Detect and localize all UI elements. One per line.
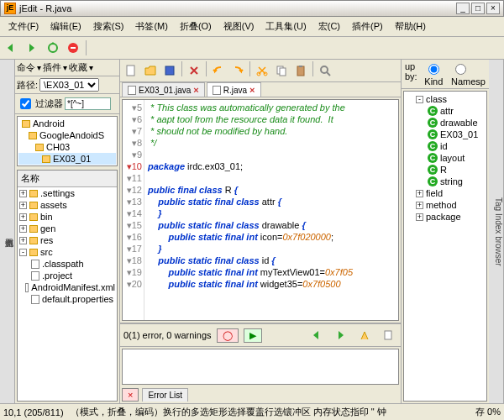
outline-item[interactable]: CR <box>406 164 485 176</box>
undo-button[interactable] <box>209 61 228 80</box>
new-button[interactable] <box>122 61 140 80</box>
groupby-namesp[interactable]: Namesp <box>451 61 486 87</box>
forward-button[interactable] <box>24 39 42 57</box>
list-item[interactable]: +assets <box>18 199 117 211</box>
copy-button[interactable] <box>272 61 291 80</box>
delete-button[interactable] <box>185 61 203 80</box>
filter-input[interactable] <box>65 97 111 110</box>
file-icon <box>128 86 136 95</box>
code-editor[interactable]: ▾5▾6▾7▾8▾9▾10▾11▾12▾13▾14▾15▾16▾17▾18▾19… <box>122 99 399 321</box>
list-item[interactable]: .project <box>18 270 117 281</box>
stop-button[interactable] <box>64 39 82 57</box>
close-icon[interactable]: × <box>249 85 255 95</box>
menu-item[interactable]: 插件(P) <box>347 18 388 34</box>
list-item[interactable]: +.settings <box>18 187 117 199</box>
copy-errors-button[interactable] <box>379 326 397 344</box>
sidetab-right[interactable]: Tag Index browser <box>489 60 504 403</box>
list-item[interactable]: AndroidManifest.xml <box>18 281 117 293</box>
groupby-kind[interactable]: Kind <box>424 61 448 87</box>
main-toolbar <box>0 37 504 60</box>
sidetab-left[interactable]: 包浏览器 <box>0 60 15 403</box>
svg-point-0 <box>49 44 57 52</box>
folder-icon <box>29 190 38 197</box>
list-item[interactable]: -src <box>18 246 117 258</box>
editor-tabs: EX03_01.java ×R.java × <box>120 82 401 97</box>
menu-item[interactable]: 视图(V) <box>218 18 260 34</box>
next-error-button[interactable] <box>332 326 350 344</box>
expand-icon[interactable]: + <box>19 190 27 197</box>
menu-item[interactable]: 宏(C) <box>313 18 345 34</box>
outline-group[interactable]: + method <box>406 199 485 211</box>
groupby-label: up by: <box>405 61 421 87</box>
path-select[interactable]: \EX03_01 <box>39 78 99 92</box>
folder-icon <box>22 120 30 128</box>
outline-class[interactable]: - class <box>406 93 485 105</box>
editor-tab[interactable]: EX03_01.java × <box>122 82 205 97</box>
tree-item[interactable]: GoogleAndoidS <box>18 129 116 141</box>
menu-item[interactable]: 编辑(E) <box>45 18 87 34</box>
svg-rect-3 <box>127 66 134 76</box>
close-errorlist-button[interactable]: × <box>122 388 139 402</box>
name-column[interactable]: 名称 <box>18 171 117 187</box>
close-button[interactable]: × <box>486 3 500 14</box>
menu-item[interactable]: 书签(M) <box>130 18 173 34</box>
paste-button[interactable] <box>291 61 310 80</box>
save-button[interactable] <box>160 61 179 80</box>
search-button[interactable] <box>316 61 334 80</box>
expand-icon[interactable]: + <box>19 202 27 209</box>
expand-icon[interactable]: - <box>19 249 27 256</box>
minimize-button[interactable]: _ <box>456 3 470 14</box>
folder-icon <box>42 155 50 163</box>
outline-item[interactable]: Cid <box>406 140 485 152</box>
expand-icon[interactable]: + <box>19 237 27 244</box>
refresh-button[interactable] <box>44 39 62 57</box>
outline-group[interactable]: + field <box>406 187 485 199</box>
menu-item[interactable]: 折叠(O) <box>175 18 217 34</box>
maximize-button[interactable]: □ <box>471 3 485 14</box>
close-icon[interactable]: × <box>193 85 198 95</box>
menu-item[interactable]: 工具集(U) <box>260 18 311 34</box>
list-item[interactable]: .classpath <box>18 258 117 270</box>
redo-button[interactable] <box>228 61 247 80</box>
back-button[interactable] <box>3 39 22 57</box>
menu-item[interactable]: 帮助(H) <box>390 18 431 34</box>
code-area[interactable]: * This class was automatically generated… <box>144 100 398 320</box>
file-icon <box>31 295 39 304</box>
list-item[interactable]: +gen <box>18 223 117 234</box>
outline-panel: up by: Kind Namesp - classCattrCdrawable… <box>401 60 489 403</box>
plugin-label[interactable]: 插件 <box>43 61 61 74</box>
clear-errors-button[interactable] <box>355 326 374 344</box>
filter-check[interactable] <box>20 98 31 109</box>
errorlist-tab[interactable]: Error List <box>142 388 188 402</box>
list-item[interactable]: +res <box>18 234 117 246</box>
menu-item[interactable]: 文件(F) <box>3 18 44 34</box>
folder-tree: AndroidGoogleAndoidSCH03EX03_01 <box>17 116 118 166</box>
class-icon: C <box>428 153 438 163</box>
error-stop-button[interactable]: ◯ <box>217 328 239 343</box>
list-item[interactable]: +bin <box>18 211 117 223</box>
tree-item[interactable]: EX03_01 <box>18 153 116 165</box>
editor-tab[interactable]: R.java × <box>207 82 261 97</box>
outline-item[interactable]: Cstring <box>406 176 485 187</box>
svg-rect-9 <box>297 66 304 76</box>
tree-item[interactable]: Android <box>18 118 116 129</box>
error-go-button[interactable]: ▶ <box>244 328 262 343</box>
expand-icon[interactable]: + <box>19 225 27 233</box>
outline-item[interactable]: Cattr <box>406 105 485 117</box>
prev-error-button[interactable] <box>308 326 327 344</box>
open-button[interactable] <box>141 61 160 80</box>
status-mid: （模式，折叠，编码）换行的多选矩形选择覆盖行选镶冲区 内存状态指印 " 钟 <box>71 406 469 418</box>
list-item[interactable]: default.properties <box>18 293 117 305</box>
cmd-label[interactable]: 命令 <box>17 61 35 74</box>
outline-item[interactable]: Clayout <box>406 152 485 164</box>
titlebar: jE jEdit - R.java _ □ × <box>0 0 504 17</box>
cut-button[interactable] <box>253 61 271 80</box>
fav-label[interactable]: 收藏 <box>69 61 87 74</box>
outline-item[interactable]: Cdrawable <box>406 117 485 129</box>
outline-group[interactable]: + package <box>406 211 485 223</box>
svg-point-11 <box>321 66 328 73</box>
expand-icon[interactable]: + <box>19 213 27 221</box>
tree-item[interactable]: CH03 <box>18 141 116 153</box>
outline-item[interactable]: CEX03_01 <box>406 129 485 140</box>
menu-item[interactable]: 搜索(S) <box>88 18 129 34</box>
